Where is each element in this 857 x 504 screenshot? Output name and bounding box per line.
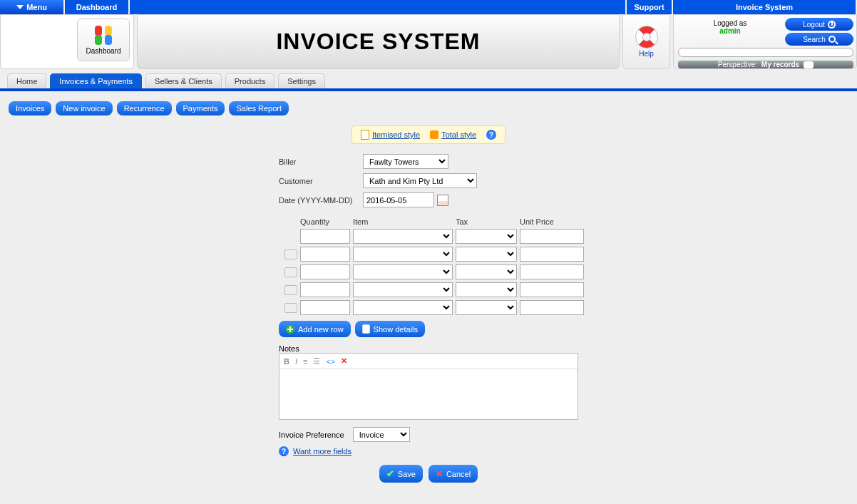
bold-icon[interactable]: B	[284, 357, 289, 366]
show-details-button[interactable]: Show details	[355, 321, 425, 337]
date-label: Date (YYYY-MM-DD)	[279, 196, 363, 205]
unit-price-input[interactable]	[520, 282, 584, 297]
cancel-button[interactable]: ✕ Cancel	[428, 465, 478, 483]
item-select[interactable]	[353, 300, 453, 315]
preference-select[interactable]: Invoice	[353, 427, 410, 442]
quantity-input[interactable]	[300, 300, 350, 315]
logout-label: Logout	[803, 21, 825, 29]
topbar-system-name: Invoice System	[673, 0, 857, 14]
item-row	[279, 282, 578, 297]
row-handle-icon[interactable]	[284, 250, 297, 259]
unit-price-input[interactable]	[520, 300, 584, 315]
quantity-input[interactable]	[300, 282, 350, 297]
biller-label: Biller	[279, 158, 363, 166]
subnav-sales-report[interactable]: Sales Report	[229, 101, 289, 115]
row-handle-icon[interactable]	[284, 303, 297, 313]
calendar-icon[interactable]	[437, 195, 448, 206]
topbar-spacer	[130, 0, 625, 14]
panel-center: INVOICE SYSTEM	[137, 14, 620, 69]
total-style-link[interactable]: Total style	[430, 130, 476, 139]
tax-select[interactable]	[456, 282, 517, 297]
user-buttons: Logout Search	[785, 18, 853, 46]
help-icon[interactable]: ?	[486, 130, 496, 140]
topbar-support-label: Support	[634, 3, 664, 11]
power-icon	[828, 21, 836, 29]
x-icon: ✕	[436, 469, 443, 479]
subnav-payments[interactable]: Payments	[176, 101, 225, 115]
itemised-style-link[interactable]: Itemised style	[361, 130, 420, 140]
topbar-tab-dashboard[interactable]: Dashboard	[65, 0, 130, 14]
quantity-input[interactable]	[300, 229, 350, 244]
system-name-label: Invoice System	[736, 3, 793, 11]
panels-row: Dashboard INVOICE SYSTEM Help Logged as …	[0, 14, 857, 69]
perspective-value: My records	[761, 61, 799, 68]
date-input[interactable]	[363, 192, 434, 207]
item-select[interactable]	[353, 264, 453, 279]
show-details-label: Show details	[374, 325, 418, 334]
save-button[interactable]: ✔ Save	[379, 465, 423, 483]
notes-textarea[interactable]	[279, 369, 578, 419]
tax-select[interactable]	[456, 300, 517, 315]
dashboard-tile[interactable]: Dashboard	[77, 19, 130, 61]
top-bar: Menu Dashboard Support Invoice System	[0, 0, 857, 14]
ordered-list-icon[interactable]: ≡	[303, 357, 307, 366]
want-more-fields-link[interactable]: ? Want more fields	[279, 446, 578, 456]
editor-toolbar: B I ≡ ☰ <> ✕	[279, 354, 578, 369]
biller-select[interactable]: Fawlty Towers	[363, 154, 448, 169]
panel-support[interactable]: Help	[622, 14, 670, 69]
item-select[interactable]	[353, 229, 453, 244]
item-row	[279, 264, 578, 279]
item-select[interactable]	[353, 247, 453, 262]
notes-editor: B I ≡ ☰ <> ✕	[279, 353, 578, 420]
quantity-input[interactable]	[300, 247, 350, 262]
logged-username: admin	[678, 27, 782, 35]
unit-price-input[interactable]	[520, 229, 584, 244]
pencil-icon	[430, 130, 438, 139]
tax-select[interactable]	[456, 229, 517, 244]
panel-right: Logged as admin Logout Search Perspectiv	[673, 14, 857, 69]
row-handle-icon[interactable]	[284, 267, 297, 277]
col-unitprice: Unit Price	[520, 217, 584, 226]
users-icon	[804, 61, 814, 68]
item-row	[279, 229, 578, 244]
itemised-label: Itemised style	[372, 130, 420, 139]
unordered-list-icon[interactable]: ☰	[313, 356, 320, 366]
perspective-bar[interactable]: Perspective: My records	[678, 61, 853, 68]
dashboard-icon	[93, 25, 113, 45]
search-button[interactable]: Search	[785, 33, 853, 46]
topbar-tab-support[interactable]: Support	[625, 0, 673, 14]
quantity-input[interactable]	[300, 264, 350, 279]
perspective-prefix: Perspective:	[718, 61, 757, 68]
customer-select[interactable]: Kath and Kim Pty Ltd	[363, 173, 477, 188]
tab-sellers-clients[interactable]: Sellers & Clients	[145, 73, 222, 88]
italic-icon[interactable]: I	[295, 357, 297, 366]
add-new-row-button[interactable]: Add new row	[279, 321, 351, 337]
clear-icon[interactable]: ✕	[341, 356, 347, 366]
menu-triangle-icon	[16, 5, 24, 9]
tab-home[interactable]: Home	[7, 73, 46, 88]
help-icon: ?	[279, 446, 289, 456]
subnav-recurrence[interactable]: Recurrence	[117, 101, 172, 115]
search-input[interactable]	[678, 48, 853, 57]
logout-button[interactable]: Logout	[785, 18, 853, 31]
item-select[interactable]	[353, 282, 453, 297]
items-section: Quantity Item Tax Unit Price	[279, 217, 578, 315]
row-handle-icon[interactable]	[284, 285, 297, 295]
tab-settings[interactable]: Settings	[278, 73, 325, 88]
subnav-new-invoice[interactable]: New invoice	[56, 101, 112, 115]
unit-price-input[interactable]	[520, 247, 584, 262]
tax-select[interactable]	[456, 247, 517, 262]
final-buttons: ✔ Save ✕ Cancel	[279, 465, 578, 483]
topbar-dashboard-label: Dashboard	[76, 3, 117, 11]
unit-price-input[interactable]	[520, 264, 584, 279]
menu-button[interactable]: Menu	[0, 0, 65, 14]
tax-select[interactable]	[456, 264, 517, 279]
total-label: Total style	[441, 130, 476, 139]
col-tax: Tax	[456, 217, 517, 226]
code-icon[interactable]: <>	[326, 357, 335, 366]
subnav-invoices[interactable]: Invoices	[9, 101, 51, 115]
tab-products[interactable]: Products	[225, 73, 274, 88]
form-header-table: Biller Fawlty Towers Customer Kath and K…	[279, 154, 578, 207]
tab-invoices-payments[interactable]: Invoices & Payments	[50, 73, 142, 88]
date-wrap	[363, 192, 578, 207]
